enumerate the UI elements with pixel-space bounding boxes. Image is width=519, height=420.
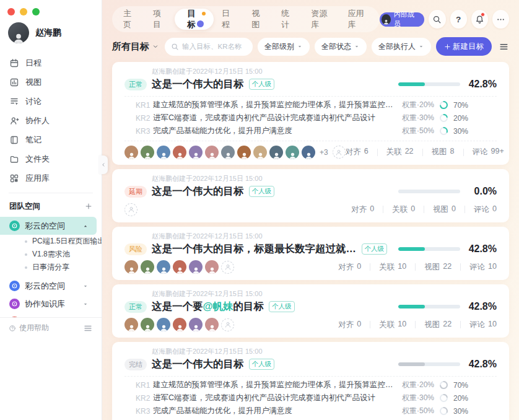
stat-value: 0: [357, 320, 361, 330]
sidebar-item-views[interactable]: 视图: [0, 72, 102, 92]
plus-icon: [444, 43, 451, 50]
stat-label: 关联: [379, 262, 395, 273]
add-member-button[interactable]: [221, 318, 234, 331]
kr-row[interactable]: KR1建立规范的预算管理体系，提升预算监控能力理体系，提升预算监控能力权重·20…: [124, 378, 497, 392]
kr-id: KR1: [136, 101, 153, 110]
add-member-button[interactable]: [124, 203, 137, 216]
kr-id: KR2: [136, 394, 153, 403]
goal-card[interactable]: 赵海鹏创建于2022年12月15日 15:00风险这是一个伟大的目标，标题最长数…: [112, 227, 509, 280]
goals-toolbar: 所有目标 全部级别全部状态全部执行人 新建目标: [112, 37, 509, 56]
top-tab-4[interactable]: 日程: [214, 6, 243, 32]
space-icon: [9, 281, 20, 291]
kr-row[interactable]: KR3完成产品基础能力优化，提升用户满意度权重·50%30%: [124, 405, 497, 418]
divider: [463, 149, 464, 156]
goal-stats: 对齐0关联10视图22评论10: [338, 262, 497, 273]
sidebar-collapse-handle[interactable]: [98, 155, 108, 174]
stat-align[interactable]: 对齐0: [351, 204, 374, 215]
stat-comment[interactable]: 评论10: [469, 262, 497, 273]
avatar-group: [124, 318, 234, 331]
goal-title-part: 的目标: [233, 300, 264, 312]
space-item-3[interactable]: 协作知识库: [0, 295, 97, 313]
kr-row[interactable]: KR2进军C端赛道，完成赛道内初代产品设计完成赛道内初代产品设计权重·30%20…: [124, 112, 497, 125]
search-button[interactable]: [429, 10, 445, 28]
notifications-button[interactable]: [471, 10, 488, 28]
kr-row[interactable]: KR1建立规范的预算管理体系，提升预算监控能力理体系，提升预算监控能力权重·20…: [124, 98, 497, 112]
sidebar-item-calendar[interactable]: 日程: [0, 53, 102, 72]
goal-created: 赵海鹏创建于2022年12月15日 15:00: [152, 175, 497, 183]
minimize-button[interactable]: [20, 8, 27, 15]
stat-comment[interactable]: 评论0: [474, 204, 497, 215]
stat-link[interactable]: 关联0: [392, 204, 415, 215]
filter-dropdown-2[interactable]: 全部状态: [315, 38, 367, 56]
goal-card[interactable]: 赵海鹏创建于2022年12月15日 15:00正常这是一个要@帆妹的目标个人级4…: [112, 284, 509, 338]
top-tab-7[interactable]: 资源库: [303, 6, 339, 32]
zoom-button[interactable]: [32, 8, 40, 15]
sidebar-item-collaborators[interactable]: 协作人: [0, 111, 102, 130]
kr-metrics: 权重·50%30%: [395, 126, 471, 136]
close-button[interactable]: [7, 8, 15, 15]
goal-title[interactable]: 这是一个伟大的目标，标题最长数字超过就省略号显示...: [152, 242, 357, 256]
orange-dot-icon: [202, 12, 206, 15]
kr-row[interactable]: KR3完成产品基础能力优化，提升用户满意度权重·50%30%: [124, 125, 497, 138]
sidebar-item-apps[interactable]: 应用库: [0, 168, 102, 188]
stat-comment[interactable]: 评论99+: [473, 147, 504, 157]
sidebar-item-notes[interactable]: 笔记: [0, 130, 102, 149]
goal-title[interactable]: 这是一个伟大的目标: [152, 185, 244, 198]
user-profile[interactable]: 赵海鹏: [8, 22, 102, 43]
stat-view[interactable]: 视图0: [433, 204, 456, 215]
goal-footer: +3对齐6关联22视图8评论99+: [124, 141, 497, 159]
space-label: 彩云的空间: [25, 281, 77, 292]
goal-title[interactable]: 这是一个伟大的目标: [152, 357, 244, 371]
top-tab-3[interactable]: 目标: [175, 9, 214, 30]
top-tab-8[interactable]: 应用库: [339, 6, 376, 32]
top-help-button[interactable]: ?: [450, 10, 467, 28]
view-toggle-icon[interactable]: [499, 42, 509, 52]
goal-search[interactable]: [165, 38, 253, 56]
stat-view[interactable]: 视图22: [424, 262, 451, 273]
goal-card[interactable]: 赵海鹏创建于2022年12月15日 15:00延期这是一个伟大的目标个人级0.0…: [112, 169, 509, 222]
goal-title[interactable]: 这是一个伟大的目标: [152, 77, 244, 91]
goal-card[interactable]: 赵海鹏创建于2022年12月15日 15:00完结这是一个伟大的目标个人级42.…: [112, 342, 509, 420]
stat-comment[interactable]: 评论10: [469, 320, 497, 330]
space-item-1[interactable]: 彩云的空间: [0, 217, 97, 235]
goal-title-part: 这是一个伟大的目标: [152, 185, 244, 196]
stat-align[interactable]: 对齐0: [338, 262, 361, 273]
kr-row[interactable]: KR2进军C端赛道，完成赛道内初代产品设计完成赛道内初代产品设计权重·30%20…: [124, 392, 497, 405]
goal-search-input[interactable]: [182, 43, 246, 50]
goal-scope-dropdown[interactable]: 所有目标: [112, 41, 159, 53]
goal-card[interactable]: 赵海鹏创建于2022年12月15日 15:00正常这是一个伟大的目标个人级42.…: [112, 62, 509, 165]
stat-link[interactable]: 关联22: [386, 147, 414, 157]
top-tab-2[interactable]: 项目: [145, 6, 175, 32]
add-space-button[interactable]: [85, 203, 92, 210]
add-member-button[interactable]: [333, 146, 346, 159]
stat-align[interactable]: 对齐0: [338, 320, 361, 330]
space-doc-item[interactable]: 日事清分享: [0, 261, 102, 274]
space-doc-item[interactable]: V1.8需求池: [0, 248, 102, 261]
top-tab-1[interactable]: 主页: [115, 6, 145, 32]
top-tab-label: 日程: [222, 8, 235, 30]
more-button[interactable]: [492, 10, 509, 28]
stat-link[interactable]: 关联10: [379, 262, 406, 273]
goal-header: 完结这是一个伟大的目标个人级42.8%: [124, 357, 497, 372]
member-badge[interactable]: 内部成员: [380, 12, 425, 27]
help-button[interactable]: 使用帮助: [9, 323, 49, 333]
stat-link[interactable]: 关联10: [379, 320, 406, 330]
stat-view[interactable]: 视图22: [424, 320, 451, 330]
chevron-down-icon: [297, 43, 303, 50]
goal-title[interactable]: 这是一个要@帆妹的目标: [152, 300, 264, 313]
stat-align[interactable]: 对齐6: [346, 147, 369, 157]
filter-dropdown-3[interactable]: 全部执行人: [372, 38, 431, 56]
top-tab-6[interactable]: 统计: [273, 6, 303, 32]
space-doc-item[interactable]: PC端1.5日程页面输出...: [0, 235, 102, 248]
stat-view[interactable]: 视图8: [432, 147, 455, 157]
space-item-2[interactable]: 彩云的空间: [0, 277, 97, 295]
top-tab-5[interactable]: 视图: [243, 6, 273, 32]
filter-dropdown-1[interactable]: 全部级别: [258, 38, 310, 56]
sidebar-item-folder[interactable]: 文件夹: [0, 149, 102, 168]
question-circle-icon: [9, 325, 16, 332]
add-member-button[interactable]: [221, 261, 234, 274]
menu-lines-icon[interactable]: [83, 323, 93, 333]
new-goal-button[interactable]: 新建目标: [436, 37, 492, 56]
sidebar-item-discussion[interactable]: 讨论: [0, 92, 102, 111]
top-tab-label: 资源库: [311, 8, 331, 30]
